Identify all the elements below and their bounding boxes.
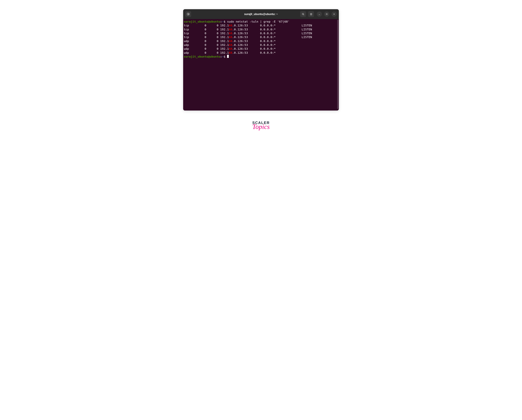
maximize-button[interactable]: [324, 12, 329, 17]
search-button[interactable]: [300, 11, 306, 17]
netstat-row: tcp 0 0 192.168.0.126:53 0.0.0.0:* LISTE…: [184, 23, 339, 27]
cursor: [227, 55, 229, 58]
netstat-row: udp 0 0 192.168.0.126:53 0.0.0.0:*: [184, 39, 339, 43]
close-button[interactable]: [331, 12, 337, 17]
terminal-body[interactable]: surajit_ubuntu@ubuntu:~$ sudo netstat -t…: [183, 19, 339, 111]
close-icon: [333, 13, 335, 15]
netstat-row: udp 0 0 192.168.0.126:53 0.0.0.0:*: [184, 47, 339, 51]
title-bar: surajit_ubuntu@ubuntu: ~: [183, 9, 339, 19]
title-bar-controls: [300, 11, 337, 17]
minimize-button[interactable]: [317, 12, 322, 17]
minimize-icon: [318, 13, 320, 15]
new-tab-button[interactable]: [185, 11, 191, 17]
svg-line-4: [303, 15, 304, 15]
maximize-icon: [326, 13, 328, 15]
netstat-row: tcp 0 0 192.168.0.126:53 0.0.0.0:* LISTE…: [184, 31, 339, 35]
prompt-line: surajit_ubuntu@ubuntu:~$ sudo netstat -t…: [184, 20, 339, 23]
netstat-row: udp 0 0 192.168.0.126:53 0.0.0.0:*: [184, 43, 339, 47]
svg-point-3: [302, 13, 304, 15]
terminal-window: surajit_ubuntu@ubuntu: ~: [183, 9, 339, 111]
netstat-row: tcp 0 0 192.168.0.126:53 0.0.0.0:* LISTE…: [184, 28, 339, 31]
window-title: surajit_ubuntu@ubuntu: ~: [244, 13, 278, 16]
logo-line2: Topics: [246, 123, 276, 131]
scrollbar[interactable]: [337, 20, 338, 109]
terminal-content: surajit_ubuntu@ubuntu:~$ sudo netstat -t…: [184, 20, 339, 59]
menu-button[interactable]: [308, 11, 314, 17]
hamburger-icon: [310, 13, 313, 16]
search-icon: [302, 13, 305, 16]
svg-rect-9: [326, 14, 327, 15]
prompt-line-idle: surajit_ubuntu@ubuntu:~$: [184, 55, 339, 59]
brand-logo: SCALER Topics: [246, 121, 276, 135]
netstat-row: tcp 0 0 192.168.0.126:53 0.0.0.0:* LISTE…: [184, 35, 339, 39]
netstat-row: udp 0 0 192.168.0.126:53 0.0.0.0:*: [184, 51, 339, 55]
new-tab-icon: [187, 13, 190, 16]
